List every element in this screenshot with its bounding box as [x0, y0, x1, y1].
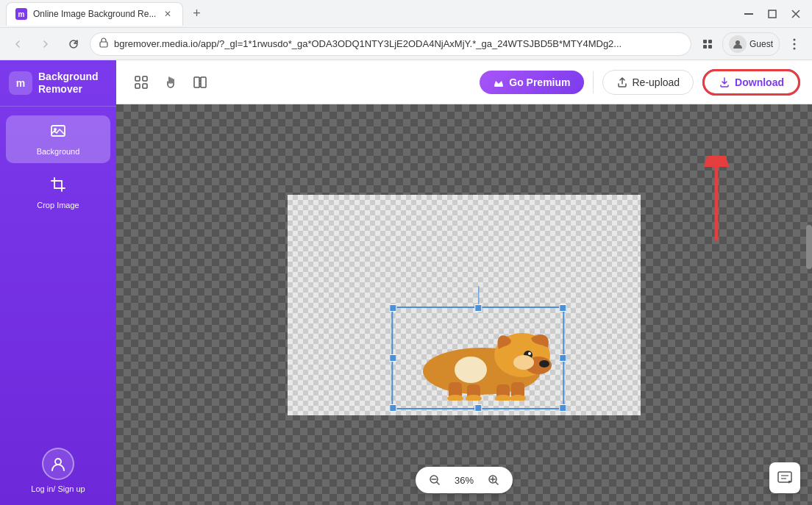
- tab-label: Online Image Background Re...: [33, 9, 156, 19]
- crop-handle-top-middle[interactable]: [474, 304, 482, 312]
- profile-button[interactable]: Guest: [722, 32, 780, 56]
- svg-line-46: [496, 482, 498, 484]
- forward-button[interactable]: [34, 32, 57, 56]
- svg-rect-47: [778, 472, 791, 482]
- svg-rect-17: [143, 76, 147, 81]
- crop-handle-bottom-middle[interactable]: [474, 404, 482, 412]
- svg-rect-6: [708, 40, 712, 43]
- window-maximize-button[interactable]: [762, 4, 783, 24]
- svg-point-11: [794, 43, 796, 45]
- crop-handle-middle-left[interactable]: [389, 354, 396, 362]
- browser-toolbar: bgremover.media.io/app/?_gl=1*1rwusdo*_g…: [0, 28, 812, 60]
- main-content: Go Premium Re-upload Download: [116, 60, 812, 505]
- svg-rect-16: [135, 76, 140, 81]
- svg-rect-4: [100, 42, 107, 47]
- crop-handle-bottom-right[interactable]: [559, 404, 566, 412]
- refresh-button[interactable]: [62, 32, 85, 56]
- window-minimize-button[interactable]: [738, 4, 759, 24]
- canvas-area: 36%: [116, 104, 812, 505]
- zoom-controls: 36%: [416, 467, 513, 493]
- go-premium-button[interactable]: Go Premium: [480, 71, 583, 94]
- tab-favicon: m: [15, 8, 27, 20]
- sidebar-item-crop[interactable]: Crop Image: [6, 169, 110, 217]
- address-bar[interactable]: bgremover.media.io/app/?_gl=1*1rwusdo*_g…: [90, 32, 691, 56]
- svg-point-10: [794, 38, 796, 40]
- sidebar-bottom: Log in/ Sign up: [25, 436, 90, 505]
- login-avatar[interactable]: [42, 448, 74, 480]
- download-button-wrapper: Download: [702, 69, 800, 96]
- header-tools: [128, 69, 213, 96]
- toolbar-actions: Guest: [696, 32, 806, 56]
- crop-icon: [50, 176, 66, 196]
- extensions-button[interactable]: [696, 32, 719, 56]
- compare-tool-button[interactable]: [187, 69, 213, 96]
- scroll-handle[interactable]: [806, 225, 812, 269]
- logo-text: Background Remover: [38, 71, 99, 96]
- crop-handle-middle-right[interactable]: [559, 354, 566, 362]
- svg-rect-1: [769, 10, 776, 18]
- image-canvas[interactable]: [288, 195, 641, 415]
- reupload-button[interactable]: Re-upload: [602, 70, 694, 95]
- browser-tab-active[interactable]: m Online Image Background Re... ✕: [6, 2, 183, 26]
- new-tab-button[interactable]: +: [186, 4, 207, 24]
- sidebar-menu: Background Crop Image: [0, 107, 116, 436]
- address-text: bgremover.media.io/app/?_gl=1*1rwusdo*_g…: [114, 38, 682, 49]
- crop-handle-top-left[interactable]: [389, 304, 396, 312]
- app-container: m Background Remover Background: [0, 60, 812, 505]
- background-icon: [50, 123, 66, 143]
- window-controls: [738, 4, 806, 24]
- crop-selection-box[interactable]: [391, 307, 564, 409]
- browser-tabs: m Online Image Background Re... ✕ +: [6, 2, 733, 26]
- profile-avatar: [729, 35, 747, 53]
- download-button[interactable]: Download: [702, 69, 800, 96]
- sidebar-logo: m Background Remover: [0, 60, 116, 106]
- sidebar-item-background-label: Background: [37, 147, 80, 156]
- svg-rect-7: [703, 45, 707, 49]
- svg-rect-21: [201, 77, 206, 87]
- sidebar: m Background Remover Background: [0, 60, 116, 505]
- logo-icon: m: [9, 71, 32, 95]
- svg-rect-23: [494, 85, 503, 87]
- svg-rect-18: [135, 84, 140, 88]
- zoom-out-button[interactable]: [426, 471, 444, 489]
- svg-rect-19: [143, 84, 147, 88]
- login-label: Log in/ Sign up: [31, 484, 85, 493]
- browser-menu-button[interactable]: [783, 32, 806, 56]
- back-button[interactable]: [6, 32, 29, 56]
- svg-point-15: [55, 459, 61, 465]
- note-button[interactable]: [769, 462, 800, 493]
- profile-name: Guest: [749, 39, 773, 49]
- svg-point-12: [794, 47, 796, 49]
- svg-rect-5: [703, 40, 707, 43]
- zoom-in-button[interactable]: [485, 471, 502, 489]
- zoom-level: 36%: [451, 475, 477, 486]
- crop-handle-top-right[interactable]: [559, 304, 566, 312]
- app-header: Go Premium Re-upload Download: [116, 60, 812, 104]
- fit-tool-button[interactable]: [128, 69, 154, 96]
- sidebar-item-background[interactable]: Background: [6, 115, 110, 163]
- svg-point-14: [54, 128, 57, 131]
- svg-rect-20: [194, 77, 199, 87]
- svg-rect-8: [708, 45, 712, 49]
- header-divider: [593, 71, 594, 93]
- sidebar-item-crop-label: Crop Image: [37, 201, 79, 209]
- window-close-button[interactable]: [786, 4, 806, 24]
- svg-line-42: [437, 482, 439, 484]
- svg-rect-0: [744, 13, 753, 15]
- lock-icon: [99, 37, 108, 50]
- crop-handle-bottom-left[interactable]: [389, 404, 396, 412]
- tab-close-button[interactable]: ✕: [162, 8, 174, 20]
- browser-titlebar: m Online Image Background Re... ✕ +: [0, 0, 812, 28]
- hand-tool-button[interactable]: [157, 69, 184, 96]
